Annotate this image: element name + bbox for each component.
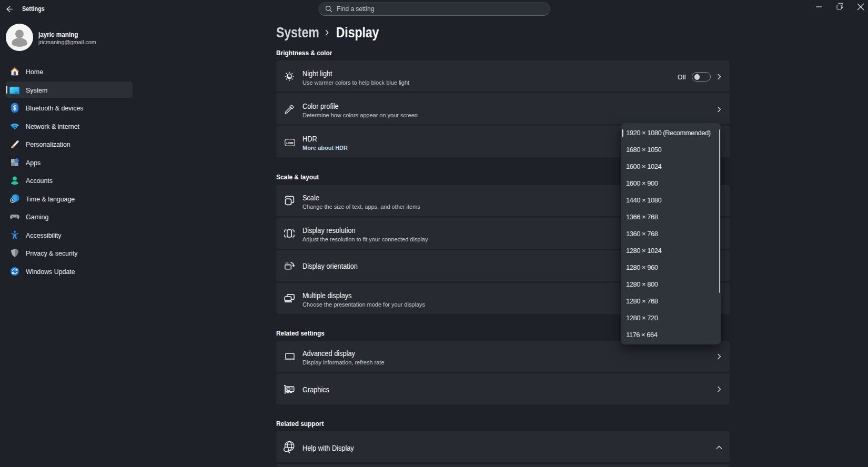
- svg-text:HDR: HDR: [286, 141, 294, 145]
